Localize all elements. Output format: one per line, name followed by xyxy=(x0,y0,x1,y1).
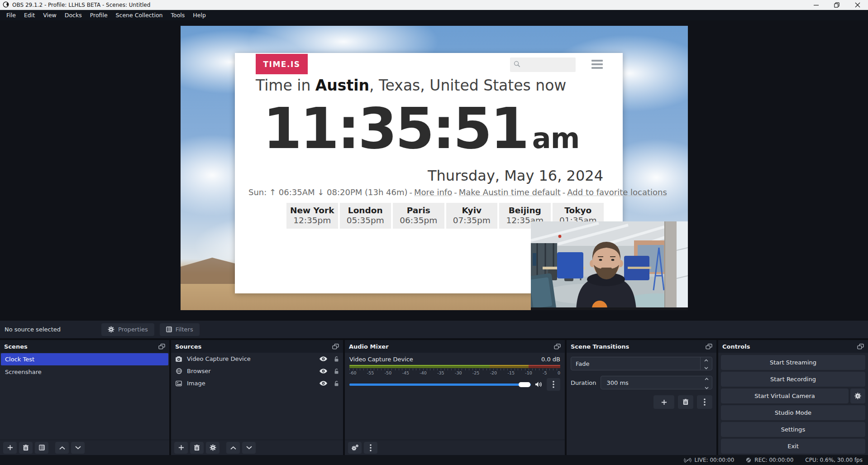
add-scene-button[interactable] xyxy=(3,442,17,454)
lock-toggle[interactable] xyxy=(334,368,339,374)
move-source-up-button[interactable] xyxy=(226,442,240,454)
combo-chevrons[interactable] xyxy=(700,357,712,370)
popout-icon[interactable] xyxy=(158,344,165,350)
menu-bar: File Edit View Docks Profile Scene Colle… xyxy=(0,10,868,20)
scene-list: Clock Test Screenshare xyxy=(0,353,169,440)
live-timer: LIVE: 00:00:00 xyxy=(695,457,734,463)
duration-label: Duration xyxy=(571,379,596,386)
exit-button[interactable]: Exit xyxy=(721,439,865,454)
volume-slider[interactable] xyxy=(349,384,531,386)
mixer-menu-button[interactable] xyxy=(364,442,377,454)
image-icon xyxy=(175,381,182,386)
remove-scene-button[interactable] xyxy=(19,442,33,454)
mixer-channel-name: Video Capture Device xyxy=(349,356,413,363)
controls-dock-header[interactable]: Controls xyxy=(718,340,868,353)
controls-body: Start Streaming Start Recording Start Vi… xyxy=(718,353,868,455)
transitions-dock-header[interactable]: Scene Transitions xyxy=(567,340,716,353)
record-inactive-icon xyxy=(746,457,751,463)
virtual-camera-settings-button[interactable] xyxy=(850,388,865,403)
move-scene-down-button[interactable] xyxy=(71,442,85,454)
source-properties-button[interactable] xyxy=(206,442,219,454)
hamburger-menu-icon xyxy=(591,60,603,69)
make-default-link: Make Austin time default xyxy=(459,187,561,197)
city-card: Paris06:35pm xyxy=(393,203,444,229)
remove-source-button[interactable] xyxy=(190,442,204,454)
transition-options-button[interactable] xyxy=(697,395,712,409)
scenes-dock-header[interactable]: Scenes xyxy=(0,340,169,353)
visibility-toggle[interactable] xyxy=(320,356,327,361)
sun-info-line: Sun: ↑ 06:35AM ↓ 08:20PM (13h 46m)-More … xyxy=(248,187,611,197)
popout-icon[interactable] xyxy=(857,344,864,350)
source-item-video-capture[interactable]: Video Capture Device xyxy=(171,353,343,365)
meter-scale: -60-55-50-45-40-35-30-25-20-15-10-50 xyxy=(349,370,560,375)
studio-mode-button[interactable]: Studio Mode xyxy=(721,405,865,420)
clock: 11:35:51 am xyxy=(263,99,579,158)
audio-mixer-dock-header[interactable]: Audio Mixer xyxy=(345,340,565,353)
menu-tools[interactable]: Tools xyxy=(167,10,189,20)
restore-button[interactable] xyxy=(826,0,847,10)
filter-icon xyxy=(166,326,172,332)
advanced-audio-button[interactable] xyxy=(348,442,362,454)
properties-button[interactable]: Properties xyxy=(101,323,154,336)
add-source-button[interactable] xyxy=(174,442,188,454)
menu-help[interactable]: Help xyxy=(189,10,210,20)
duration-spinbox[interactable]: 300 ms xyxy=(601,376,712,389)
minimize-button[interactable] xyxy=(806,0,826,10)
program-preview[interactable]: TIME.IS Time in Austin, Texas, United St… xyxy=(181,26,688,310)
menu-view[interactable]: View xyxy=(39,10,61,20)
filters-button[interactable]: Filters xyxy=(160,323,200,336)
scene-item-clock-test[interactable]: Clock Test xyxy=(1,353,168,365)
city-card: New York12:35pm xyxy=(286,203,338,229)
visibility-toggle[interactable] xyxy=(320,369,327,374)
more-info-link: More info xyxy=(414,187,452,197)
menu-file[interactable]: File xyxy=(2,10,20,20)
move-scene-up-button[interactable] xyxy=(55,442,69,454)
window-title: OBS 29.1.2 - Profile: LLHLS BETA - Scene… xyxy=(12,2,150,8)
webcam-video xyxy=(531,221,688,310)
preview-area: TIME.IS Time in Austin, Texas, United St… xyxy=(0,20,868,320)
menu-scene-collection[interactable]: Scene Collection xyxy=(112,10,167,20)
cpu-fps-stats: CPU: 0.6%, 30.00 fps xyxy=(805,457,863,463)
sources-dock-header[interactable]: Sources xyxy=(171,340,343,353)
clock-time: 11:35:51 xyxy=(263,99,528,158)
settings-button[interactable]: Settings xyxy=(721,422,865,437)
start-streaming-button[interactable]: Start Streaming xyxy=(721,355,865,370)
add-transition-button[interactable] xyxy=(653,395,674,409)
popout-icon[interactable] xyxy=(332,344,339,350)
start-recording-button[interactable]: Start Recording xyxy=(721,372,865,387)
close-button[interactable] xyxy=(847,0,868,10)
controls-dock: Controls Start Streaming Start Recording… xyxy=(718,340,868,455)
source-item-image[interactable]: Image xyxy=(171,377,343,389)
audio-mixer-dock: Audio Mixer Video Capture Device 0.0 dB … xyxy=(345,340,565,455)
visibility-toggle[interactable] xyxy=(320,381,327,386)
spin-down-button[interactable] xyxy=(705,384,709,391)
start-virtual-camera-button[interactable]: Start Virtual Camera xyxy=(721,388,849,403)
remove-transition-button[interactable] xyxy=(678,395,693,409)
menu-profile[interactable]: Profile xyxy=(86,10,112,20)
clock-meridiem: am xyxy=(532,122,579,155)
scene-filters-button[interactable] xyxy=(35,442,48,454)
search-box xyxy=(510,58,576,72)
volume-meter xyxy=(349,365,560,368)
menu-docks[interactable]: Docks xyxy=(61,10,86,20)
lock-toggle[interactable] xyxy=(334,356,339,362)
obs-logo-icon xyxy=(3,1,9,9)
source-list: Video Capture Device Browser xyxy=(171,353,343,440)
speaker-icon[interactable] xyxy=(535,381,543,388)
lock-toggle[interactable] xyxy=(334,380,339,387)
window-controls xyxy=(806,0,868,10)
city-card: Kyiv07:35pm xyxy=(446,203,498,229)
menu-edit[interactable]: Edit xyxy=(20,10,39,20)
spin-up-button[interactable] xyxy=(705,375,709,382)
transition-select[interactable]: Fade xyxy=(571,357,712,370)
mixer-options-button[interactable] xyxy=(547,378,560,391)
no-source-message: No source selected xyxy=(5,326,61,333)
popout-icon[interactable] xyxy=(706,344,712,350)
source-item-browser[interactable]: Browser xyxy=(171,365,343,377)
popout-icon[interactable] xyxy=(554,344,561,350)
move-source-down-button[interactable] xyxy=(242,442,256,454)
volume-slider-handle[interactable] xyxy=(519,382,530,387)
audio-mixer-toolbar xyxy=(345,440,565,455)
scene-item-screenshare[interactable]: Screenshare xyxy=(1,366,168,378)
sources-toolbar xyxy=(171,440,343,455)
